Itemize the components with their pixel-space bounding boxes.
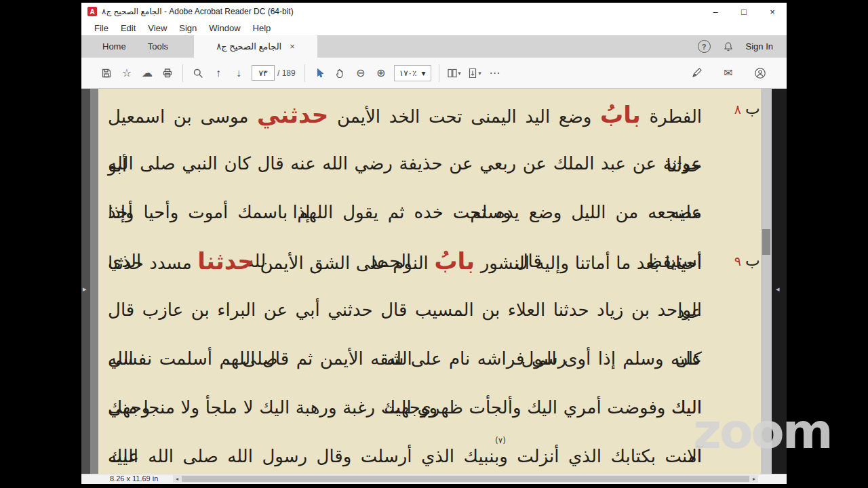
manuscript-line: آمنت بكتابك الذي أنزلت وبنبيك الذي أرسلت…	[108, 432, 702, 474]
screen: A الجامع الصحيح ج٨ - Adobe Acrobat Reade…	[0, 0, 868, 488]
previous-page-button[interactable]: ↑	[208, 63, 229, 83]
menu-item-file[interactable]: File	[88, 23, 115, 33]
tab-document[interactable]: الجامع الصحيح ج٨ ×	[194, 35, 317, 58]
arrow-up-icon: ↑	[216, 68, 221, 79]
toolbar-separator	[182, 64, 183, 82]
tab-bar: Home Tools الجامع الصحيح ج٨ × ? Sign In	[81, 35, 787, 58]
close-button[interactable]: ×	[758, 3, 787, 20]
zoom-in-button[interactable]: ⊕	[371, 63, 391, 83]
acrobat-window: A الجامع الصحيح ج٨ - Adobe Acrobat Reade…	[81, 3, 787, 484]
menu-item-window[interactable]: Window	[203, 23, 246, 33]
hand-tool-button[interactable]	[330, 63, 351, 83]
toolbar: ☆ ☁ ↑ ↓ / 189 ⊖ ⊕ ١٧٠٪ ▾	[81, 58, 787, 89]
plus-circle-icon: ⊕	[376, 68, 385, 79]
next-page-button[interactable]: ↓	[229, 63, 249, 83]
toolbar-separator	[304, 64, 305, 82]
hand-icon	[335, 68, 346, 79]
magnifier-icon	[193, 68, 203, 79]
scroll-view-button[interactable]: ▾	[465, 63, 485, 83]
menu-bar: File Edit View Sign Window Help	[81, 20, 787, 35]
nav-panel-toggle[interactable]: ▸	[81, 89, 90, 474]
maximize-button[interactable]: □	[730, 3, 758, 20]
manuscript-text: وضع اليد اليمنى تحت الخد الأيمن	[337, 106, 591, 127]
chapter-marker: بابُ	[600, 101, 641, 128]
tab-document-title: الجامع الصحيح ج٨	[216, 41, 281, 52]
printer-icon	[162, 68, 173, 79]
arrow-down-icon: ↓	[236, 68, 241, 79]
window-title: الجامع الصحيح ج٨ - Adobe Acrobat Reader …	[102, 7, 294, 16]
menu-item-edit[interactable]: Edit	[115, 23, 142, 33]
bell-icon[interactable]	[723, 41, 734, 52]
email-button[interactable]: ✉	[718, 63, 738, 83]
menu-item-view[interactable]: View	[142, 23, 173, 33]
person-icon	[754, 67, 766, 79]
chapter-marker: حدثني	[257, 101, 328, 128]
title-bar[interactable]: A الجامع الصحيح ج٨ - Adobe Acrobat Reade…	[81, 3, 787, 20]
minus-circle-icon: ⊖	[356, 68, 365, 79]
minimize-button[interactable]: –	[701, 3, 730, 20]
cloud-icon: ☁	[142, 68, 153, 79]
share-button[interactable]: ☁	[137, 63, 157, 83]
scroll-left-icon[interactable]: ◂	[173, 475, 181, 483]
help-icon[interactable]: ?	[698, 40, 711, 53]
manuscript-line: اليك وفوضت أمري اليك وألجأت ظهري اليك رغ…	[108, 383, 702, 432]
page-size-label: 8.26 x 11.69 in	[110, 474, 158, 483]
page-number-input[interactable]	[252, 65, 275, 81]
save-button[interactable]	[96, 63, 117, 83]
envelope-icon: ✉	[724, 68, 732, 79]
zoom-level-select[interactable]: ١٧٠٪ ▾	[394, 65, 431, 81]
manuscript-line: الفطرة بابُ وضع اليد اليمنى تحت الخد الأ…	[108, 90, 702, 139]
manuscript-line: مضجعه من الليل وضع يده تحت خده ثم يقول ا…	[108, 188, 702, 237]
status-bar: 8.26 x 11.69 in ◂ ▸	[81, 474, 787, 484]
horizontal-scrollbar[interactable]: ◂ ▸	[173, 475, 758, 483]
find-button[interactable]	[188, 63, 208, 83]
margin-note: باب٩	[734, 251, 761, 269]
toolbar-separator	[439, 64, 439, 82]
pen-icon	[691, 67, 703, 79]
profile-button[interactable]	[750, 63, 770, 83]
chapter-marker: بابُ	[434, 247, 475, 274]
ellipsis-icon: ⋯	[490, 68, 500, 79]
scroll-right-icon[interactable]: ▸	[750, 475, 758, 483]
manuscript-text: آمنت بكتابك الذي أنزلت وبنبيك الذي أرسلت…	[108, 446, 702, 474]
tab-bar-right: ? Sign In	[698, 35, 787, 58]
menu-item-sign[interactable]: Sign	[173, 23, 203, 33]
floppy-icon	[101, 68, 112, 79]
select-tool-button[interactable]	[310, 63, 330, 83]
scrollbar-thumb[interactable]	[762, 229, 770, 255]
margin-note: باب٨	[734, 100, 761, 117]
fill-sign-button[interactable]	[686, 63, 707, 83]
tab-tools[interactable]: Tools	[137, 35, 179, 58]
hscrollbar-thumb[interactable]	[182, 476, 749, 482]
chevron-left-icon: ◂	[776, 285, 780, 293]
chevron-down-icon: ▾	[422, 68, 426, 78]
favorites-button[interactable]: ☆	[117, 63, 137, 83]
sign-in-button[interactable]: Sign In	[746, 41, 773, 52]
zoom-out-button[interactable]: ⊖	[351, 63, 371, 83]
footnote-marker: (٧)	[495, 436, 506, 445]
chevron-right-icon: ▸	[83, 285, 87, 293]
toolbar-right: ✉	[686, 63, 772, 83]
document-area: ▸ الفطرة بابُ وضع اليد اليمنى تحت الخد ا…	[81, 89, 787, 474]
margin-note-number: ٨	[734, 102, 741, 117]
manuscript-text: الفطرة	[649, 106, 702, 127]
scroll-view-icon	[467, 68, 478, 79]
acrobat-logo-icon: A	[87, 7, 97, 16]
page-canvas[interactable]: الفطرة بابُ وضع اليد اليمنى تحت الخد الأ…	[98, 89, 761, 474]
manuscript-lines: الفطرة بابُ وضع اليد اليمنى تحت الخد الأ…	[108, 90, 702, 474]
manuscript-text: النوم على الشق الأيمن	[260, 253, 429, 273]
window-controls: – □ ×	[701, 3, 787, 20]
print-button[interactable]	[157, 63, 178, 83]
manuscript-line: عوانة عن عبد الملك عن ربعي عن حذيفة رضي …	[108, 139, 702, 188]
chapter-marker: حدثنا	[197, 247, 254, 274]
zoom-watermark: zoom	[693, 407, 831, 455]
star-icon: ☆	[122, 68, 132, 79]
tab-close-icon[interactable]: ×	[290, 41, 295, 52]
margin-note-word: باب	[745, 251, 761, 269]
cursor-icon	[315, 68, 326, 79]
margin-note-number: ٩	[734, 253, 741, 268]
tab-home[interactable]: Home	[92, 35, 137, 58]
more-tools-button[interactable]: ⋯	[485, 63, 505, 83]
menu-item-help[interactable]: Help	[247, 23, 277, 33]
page-view-button[interactable]: ▾	[444, 63, 465, 83]
